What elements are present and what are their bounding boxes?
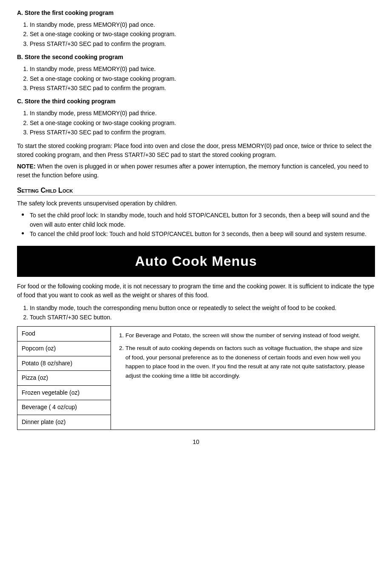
store-first-step-1: In standby mode, press MEMORY(0) pad onc… — [30, 20, 375, 29]
food-item-2: Popcorn (oz) — [17, 341, 111, 356]
store-second-step-3: Press START/+30 SEC pad to confirm the p… — [30, 83, 375, 93]
store-second-section: B. Store the second cooking program In s… — [17, 53, 375, 93]
auto-cook-step-2: Touch START/+30 SEC button. — [30, 313, 375, 322]
store-third-steps: In standby mode, press MEMORY(0) pad thr… — [30, 108, 375, 137]
store-third-step-3: Press START/+30 SEC pad to confirm the p… — [30, 128, 375, 137]
food-item-6: Beverage ( 4 oz/cup) — [17, 400, 111, 415]
food-item-3: Potato (8 oz/share) — [17, 356, 111, 371]
store-first-step-2: Set a one-stage cooking or two-stage coo… — [30, 29, 375, 39]
food-item-4: Pizza (oz) — [17, 371, 111, 386]
auto-cook-step-1: In standby mode, touch the corresponding… — [30, 303, 375, 313]
auto-cook-steps: In standby mode, touch the corresponding… — [17, 303, 375, 322]
auto-cook-intro: For food or the following cooking mode, … — [17, 282, 375, 300]
note-item-1: For Beverage and Potato, the screen will… — [125, 331, 369, 340]
auto-cook-steps-list: In standby mode, touch the corresponding… — [30, 303, 375, 322]
child-lock-bullets: To set the child proof lock: In standby … — [21, 211, 375, 239]
food-item-5: Frozen vegetable (oz) — [17, 386, 111, 401]
store-first-step-3: Press START/+30 SEC pad to confirm the p… — [30, 39, 375, 48]
note-label: NOTE: — [17, 163, 36, 170]
store-first-steps: In standby mode, press MEMORY(0) pad onc… — [30, 20, 375, 48]
store-third-step-1: In standby mode, press MEMORY(0) pad thr… — [30, 108, 375, 118]
note-content: When the oven is plugged in or when powe… — [17, 163, 368, 179]
store-first-header: A. Store the first cooking program — [17, 9, 375, 17]
auto-cook-banner: Auto Cook Menus — [17, 246, 375, 277]
child-lock-intro: The safety lock prevents unsupervised op… — [17, 199, 375, 208]
note-item-2: The result of auto cooking depends on fa… — [125, 344, 369, 380]
store-second-header: B. Store the second cooking program — [17, 53, 375, 62]
child-lock-bullet-2: To cancel the child proof lock: Touch an… — [21, 229, 375, 239]
child-lock-bullet-1: To set the child proof lock: In standby … — [21, 211, 375, 230]
start-stored-text: To start the stored cooking program: Pla… — [17, 142, 375, 159]
store-third-header: C. Store the third cooking program — [17, 97, 375, 106]
store-third-step-2: Set a one-stage cooking or two-stage coo… — [30, 118, 375, 128]
notes-list: For Beverage and Potato, the screen will… — [125, 331, 369, 380]
page-number: 10 — [17, 438, 375, 445]
store-third-section: C. Store the third cooking program In st… — [17, 97, 375, 137]
notes-column: For Beverage and Potato, the screen will… — [111, 327, 375, 429]
food-list-column: Food Popcorn (oz) Potato (8 oz/share) Pi… — [17, 327, 111, 429]
store-second-steps: In standby mode, press MEMORY(0) pad twi… — [30, 64, 375, 93]
food-table: Food Popcorn (oz) Potato (8 oz/share) Pi… — [17, 326, 375, 430]
note-text: NOTE: When the oven is plugged in or whe… — [17, 162, 375, 180]
store-second-step-2: Set a one-stage cooking or two-stage coo… — [30, 74, 375, 83]
food-item-7: Dinner plate (oz) — [17, 415, 111, 430]
store-first-section: A. Store the first cooking program In st… — [17, 9, 375, 48]
food-item-1: Food — [17, 327, 111, 341]
child-lock-header: Setting Child Lock — [17, 187, 375, 196]
store-second-step-1: In standby mode, press MEMORY(0) pad twi… — [30, 64, 375, 74]
